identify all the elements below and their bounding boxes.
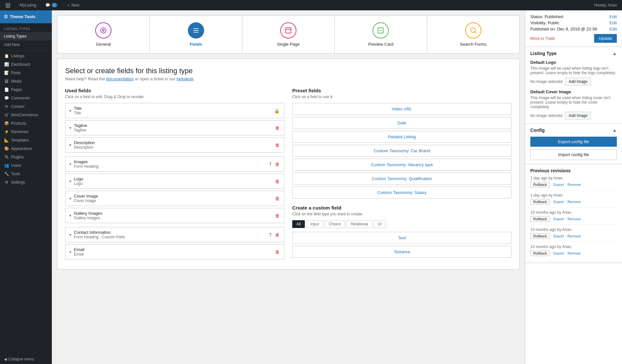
sidebar-item-woocommerce[interactable]: 🛒 WooCommerce <box>0 111 52 119</box>
tab-fields[interactable]: Fields <box>150 16 242 53</box>
field-row-title[interactable]: ▾ Title Title 🔒 <box>65 103 284 118</box>
custom-field-textarea[interactable]: Textarea <box>292 246 512 258</box>
preset-date[interactable]: Date <box>292 117 512 129</box>
visibility-edit-link[interactable]: Edit <box>610 20 617 25</box>
add-cover-image-button[interactable]: Add Image <box>565 112 591 119</box>
delete-cover-button[interactable]: 🗑 <box>274 195 280 202</box>
tab-single-page[interactable]: Single Page <box>242 16 335 53</box>
sidebar-item-posts[interactable]: 📝 Posts <box>0 69 52 77</box>
delete-contact-button[interactable]: 🗑 <box>274 232 280 238</box>
fields-help-text: Need help? Read the documentation or ope… <box>65 76 512 81</box>
default-logo-no-image: No image selected <box>530 79 562 84</box>
delete-tagline-button[interactable]: 🗑 <box>274 125 280 131</box>
sidebar-item-users[interactable]: 👥 Users <box>0 161 52 170</box>
edit-images-button[interactable]: T <box>268 161 272 167</box>
export-config-button[interactable]: Export config file <box>530 137 617 147</box>
export-2-link[interactable]: Export <box>554 199 564 205</box>
sidebar-item-elementor[interactable]: ⚡ Elementor <box>0 128 52 136</box>
remove-2-link[interactable]: Remove <box>568 199 581 205</box>
sidebar-item-comments[interactable]: 💬 Comments <box>0 94 52 102</box>
field-row-tagline[interactable]: ▾ Tagline Tagline 🗑 <box>65 120 284 135</box>
sidebar-add-new[interactable]: Add New <box>0 40 52 49</box>
delete-description-button[interactable]: 🗑 <box>274 142 280 148</box>
remove-4-link[interactable]: Remove <box>568 233 581 239</box>
tab-search-forms[interactable]: Search Forms <box>427 16 519 53</box>
site-name-item[interactable]: MyListing <box>17 3 39 7</box>
sidebar-item-templates[interactable]: 📐 Templates <box>0 136 52 144</box>
new-item[interactable]: ＋ New <box>64 3 82 8</box>
doc-link[interactable]: documentation <box>106 76 134 81</box>
update-button[interactable]: Update <box>594 34 617 43</box>
sidebar-item-tools[interactable]: 🔧 Tools <box>0 170 52 178</box>
chevron-down-icon: ▾ <box>69 143 71 147</box>
published-edit-link[interactable]: Edit <box>610 27 617 31</box>
create-custom-title: Create a custom field <box>292 205 512 210</box>
remove-1-link[interactable]: Remove <box>568 182 581 188</box>
sidebar-item-pages[interactable]: 📄 Pages <box>0 85 52 94</box>
add-logo-image-button[interactable]: Add Image <box>565 78 591 85</box>
edit-contact-button[interactable]: T <box>268 232 272 238</box>
sidebar-item-settings[interactable]: ⚙ Settings <box>0 178 52 187</box>
comments-item[interactable]: 💬 0 <box>43 3 60 7</box>
helpdesk-link[interactable]: helpdesk <box>177 76 193 81</box>
default-logo-desc: This image will be used when listing log… <box>530 66 617 75</box>
sidebar-item-media[interactable]: 🖼 Media <box>0 77 52 85</box>
remove-3-link[interactable]: Remove <box>568 216 581 222</box>
custom-field-text[interactable]: Text <box>292 232 512 244</box>
rollback-3-button[interactable]: Rollback <box>530 216 550 222</box>
config-chevron[interactable]: ▲ <box>612 128 617 133</box>
rollback-2-button[interactable]: Rollback <box>530 199 550 205</box>
field-row-gallery-images[interactable]: ▾ Gallery Images Gallery Images 🗑 <box>65 208 284 223</box>
export-5-link[interactable]: Export <box>554 250 564 256</box>
delete-images-button[interactable]: 🗑 <box>274 161 280 167</box>
remove-5-link[interactable]: Remove <box>568 250 581 256</box>
sidebar-item-products[interactable]: 📦 Products <box>0 119 52 128</box>
rollback-4-button[interactable]: Rollback <box>530 233 550 239</box>
chevron-down-icon: ▾ <box>69 179 71 184</box>
delete-gallery-button[interactable]: 🗑 <box>274 212 280 219</box>
field-row-email[interactable]: ▾ Email Email 🗑 <box>65 244 284 259</box>
filter-tab-relational[interactable]: Relational <box>346 220 372 228</box>
status-edit-link[interactable]: Edit <box>610 14 617 19</box>
delete-email-button[interactable]: 🗑 <box>274 249 280 255</box>
sidebar-item-appearance[interactable]: 🎨 Appearance <box>0 144 52 153</box>
field-row-description[interactable]: ▾ Description Description 🗑 <box>65 137 284 153</box>
filter-tab-input[interactable]: Input <box>306 220 323 228</box>
move-trash-button[interactable]: Move to Trash <box>530 36 555 41</box>
field-row-images[interactable]: ▾ Images Form Heading T 🗑 <box>65 156 284 172</box>
rollback-1-button[interactable]: Rollback <box>530 182 550 188</box>
delete-logo-button[interactable]: 🗑 <box>274 178 280 185</box>
export-3-link[interactable]: Export <box>554 216 564 222</box>
preset-vacancy-type[interactable]: Custom Taxonomy: Vacancy type <box>292 159 512 171</box>
filter-tab-all[interactable]: All <box>292 220 305 228</box>
wp-logo-icon[interactable]: ⊞ <box>3 1 13 9</box>
filter-tab-ui[interactable]: UI <box>374 220 386 228</box>
tab-preview-card[interactable]: Preview Card <box>335 16 427 53</box>
preset-related-listing[interactable]: Related Listing <box>292 131 512 143</box>
plugins-icon: 🔌 <box>4 155 9 159</box>
field-row-contact-info[interactable]: ▾ Contact Information Form Heading · Cus… <box>65 227 284 242</box>
sidebar-item-contact[interactable]: ✉ Contact <box>0 102 52 111</box>
preset-qualification[interactable]: Custom Taxonomy: Qualification <box>292 173 512 185</box>
sidebar-listing-types[interactable]: Listing Types <box>0 32 52 40</box>
rollback-5-button[interactable]: Rollback <box>530 250 550 256</box>
filter-tab-choice[interactable]: Choice <box>325 220 345 228</box>
sidebar-listings-label: Listings <box>11 54 24 58</box>
preset-video-url[interactable]: Video URL <box>292 103 512 115</box>
tab-general[interactable]: General <box>57 16 150 53</box>
import-config-button[interactable]: Import config file <box>530 149 617 160</box>
fields-tab-label: Fields <box>190 42 202 47</box>
preset-salary[interactable]: Custom Taxonomy: Salary <box>292 187 512 199</box>
sidebar-item-dashboard[interactable]: 📊 Dashboard <box>0 60 52 69</box>
field-row-logo[interactable]: ▾ Logo Logo 🗑 <box>65 174 284 189</box>
sidebar-item-listings[interactable]: 📋 Listings <box>0 52 52 60</box>
export-4-link[interactable]: Export <box>554 233 564 239</box>
theme-tools-brand[interactable]: ☰ Theme Tools <box>0 10 52 23</box>
field-row-cover-image[interactable]: ▾ Cover Image Cover Image 🗑 <box>65 191 284 206</box>
sidebar-item-plugins[interactable]: 🔌 Plugins <box>0 153 52 161</box>
listing-type-chevron[interactable]: ▲ <box>612 51 617 56</box>
collapse-menu[interactable]: ◀ Collapse menu <box>0 354 52 364</box>
preset-car-brand[interactable]: Custom Taxonomy: Car Brand <box>292 145 512 157</box>
export-1-link[interactable]: Export <box>554 182 564 188</box>
revision-4-actions: Rollback · Export · Remove <box>530 233 617 239</box>
